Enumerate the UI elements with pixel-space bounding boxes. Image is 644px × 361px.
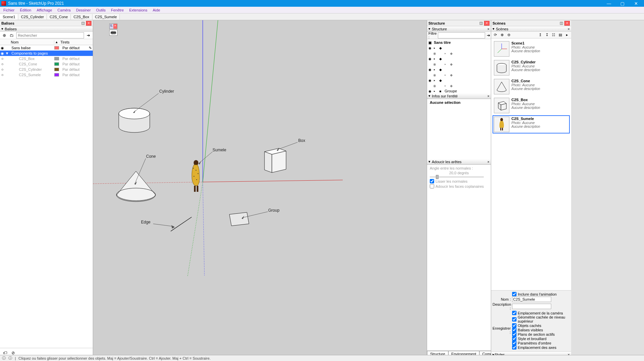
close-panel-icon[interactable]: × <box>564 21 570 26</box>
filter-input[interactable] <box>438 32 485 38</box>
close-panel-icon[interactable]: × <box>484 21 489 26</box>
move-down-icon[interactable]: ↧ <box>544 33 550 37</box>
visibility-icon[interactable]: ◉ <box>428 46 432 50</box>
close-panel-icon[interactable]: × <box>86 21 91 26</box>
scene-card[interactable]: Scene1 Photo: Aucune Aucune description <box>493 40 570 58</box>
visibility-icon[interactable]: ◉ <box>428 79 432 82</box>
tree-node[interactable]: ◉ ▸ ◆ <box>427 67 491 72</box>
angle-slider[interactable] <box>430 176 484 178</box>
visibility-icon[interactable]: ○ <box>0 73 5 77</box>
tag-icon[interactable]: ▸ <box>445 52 449 55</box>
menu-édition[interactable]: Édition <box>17 8 34 12</box>
menu-outils[interactable]: Outils <box>93 8 108 12</box>
tag-row[interactable]: ◉ ▼ Components to pages <box>0 51 93 56</box>
scene-name-input[interactable] <box>512 297 551 302</box>
visibility-icon[interactable]: ◉ <box>433 62 437 66</box>
tag-row[interactable]: ○ C2S_Box Par défaut <box>0 56 93 61</box>
visibility-icon[interactable]: ◉ <box>433 52 437 55</box>
tree-node[interactable]: ◉ ▸ ◆ <box>427 83 491 88</box>
tag-color-swatch[interactable] <box>54 68 59 71</box>
collapse-arrow-icon[interactable]: ▾ <box>428 159 432 164</box>
move-up-icon[interactable]: ↥ <box>537 33 543 37</box>
tag-color-swatch[interactable] <box>54 73 59 77</box>
collapse-arrow-icon[interactable]: ▾ <box>428 94 432 98</box>
tag-row[interactable]: ○ C2S_Cylinder Par défaut <box>0 67 93 72</box>
collapse-arrow-icon[interactable]: ▾ <box>428 27 432 31</box>
menu-dessiner[interactable]: Dessiner <box>73 8 93 12</box>
maximize-button[interactable]: ▢ <box>616 1 629 6</box>
tree-node[interactable]: ◉ ▸ ◆ <box>427 45 491 51</box>
save-option-checkbox[interactable] <box>512 345 516 350</box>
pin-icon[interactable]: ◫ <box>81 21 85 25</box>
scene-tab[interactable]: C2S_Box <box>71 14 92 20</box>
visibility-icon[interactable]: ◉ <box>428 68 432 71</box>
visibility-icon[interactable]: ◉ <box>428 57 432 61</box>
save-option-checkbox[interactable] <box>512 323 516 328</box>
close-button[interactable]: ✕ <box>629 1 643 6</box>
include-anim-checkbox[interactable] <box>512 292 516 296</box>
save-option-checkbox[interactable] <box>512 336 516 341</box>
scene-tab[interactable]: C2S_Cylinder <box>18 14 47 20</box>
tag-row[interactable]: ◉ Sans balise Par défaut ✎ <box>0 45 93 51</box>
help-icon[interactable]: ⓘ <box>2 356 6 361</box>
collapse-arrow-icon[interactable]: ▾ <box>493 27 496 31</box>
add-folder-icon[interactable]: 🗀 <box>9 32 15 38</box>
tree-root[interactable]: Sans titre <box>434 40 451 44</box>
close-sub-icon[interactable]: × <box>487 160 489 164</box>
tag-color-swatch[interactable] <box>54 62 59 66</box>
menu-affichage[interactable]: Affichage <box>34 8 55 12</box>
coplanar-checkbox[interactable] <box>430 184 434 188</box>
menu-icon[interactable]: ▸ <box>564 33 570 37</box>
visibility-icon[interactable]: ○ <box>0 67 5 71</box>
scene-card[interactable]: C2S_Box Photo: Aucune Aucune description <box>493 96 570 115</box>
sort-icon[interactable]: ▴ <box>54 40 59 44</box>
visibility-icon[interactable]: ○ <box>0 62 5 66</box>
tag-row[interactable]: ○ C2S_Cone Par défaut <box>0 61 93 67</box>
tree-node[interactable]: ◉ ▸ ■ Groupe <box>427 88 491 93</box>
viewport[interactable]: S.× Cylinder Cone <box>93 20 427 357</box>
scene-card[interactable]: C2S_Sumele Photo: Aucune Aucune descript… <box>493 115 570 133</box>
col-nom[interactable]: Nom <box>9 40 54 44</box>
minimize-button[interactable]: — <box>602 1 616 6</box>
tag-icon[interactable]: ▸ <box>434 90 438 93</box>
scene-desc-input[interactable] <box>512 304 551 309</box>
scene-tab[interactable]: C2S_Cone <box>47 14 71 20</box>
pin-icon[interactable]: ◫ <box>479 21 483 25</box>
menu-caméra[interactable]: Caméra <box>55 8 73 12</box>
visibility-icon[interactable]: ◉ <box>433 73 437 77</box>
close-sub-icon[interactable]: × <box>568 27 570 31</box>
tag-color-swatch[interactable] <box>54 46 59 50</box>
save-option-checkbox[interactable] <box>512 332 516 336</box>
tag-icon[interactable]: ▸ <box>434 68 438 71</box>
person-icon[interactable]: ⓘ <box>8 356 12 361</box>
visibility-icon[interactable]: ◉ <box>433 84 437 88</box>
search-input[interactable] <box>16 32 84 38</box>
close-sub-icon[interactable]: × <box>487 94 489 98</box>
add-scene-icon[interactable]: ⊕ <box>499 33 505 37</box>
tag-color-swatch[interactable] <box>54 52 59 55</box>
tag-icon[interactable]: ▸ <box>445 84 449 87</box>
menu-fichier[interactable]: Fichier <box>1 8 17 12</box>
visibility-icon[interactable]: ◉ <box>0 46 5 50</box>
edit-icon[interactable]: ✎ <box>87 46 93 50</box>
structure-tree[interactable]: ▣Sans titre ◉ ▸ ◆ ◉ ▸ ◆ ◉ ▸ ◆ ◉ ▸ ◆ ◉ ▸ … <box>427 39 491 93</box>
tag-color-swatch[interactable] <box>54 57 59 60</box>
collapse-arrow-icon[interactable]: ▾ <box>1 27 5 31</box>
menu-fenêtre[interactable]: Fenêtre <box>108 8 127 12</box>
tag-row[interactable]: ○ C2S_Sumele Par défaut <box>0 72 93 78</box>
close-sub-icon[interactable]: × <box>487 27 489 31</box>
lisser-checkbox[interactable] <box>430 179 434 183</box>
scene-card[interactable]: C2S_Cone Photo: Aucune Aucune descriptio… <box>493 78 570 96</box>
col-tirets[interactable]: Tirets <box>59 40 93 44</box>
tag-icon[interactable]: ▸ <box>434 57 438 60</box>
tag-icon[interactable]: ▸ <box>445 73 449 77</box>
filter-go-icon[interactable]: ➔ <box>486 32 491 38</box>
tag-icon[interactable]: ▸ <box>434 79 438 82</box>
tree-node[interactable]: ◉ ▸ ◆ <box>427 56 491 61</box>
tree-node[interactable]: ◉ ▸ ◆ <box>427 61 491 67</box>
visibility-icon[interactable]: ◉ <box>0 51 5 56</box>
visibility-icon[interactable]: ○ <box>0 57 5 61</box>
tree-node[interactable]: ◉ ▸ ◆ <box>427 51 491 56</box>
visibility-icon[interactable]: ◉ <box>428 89 432 93</box>
tree-node[interactable]: ◉ ▸ ◆ <box>427 78 491 83</box>
